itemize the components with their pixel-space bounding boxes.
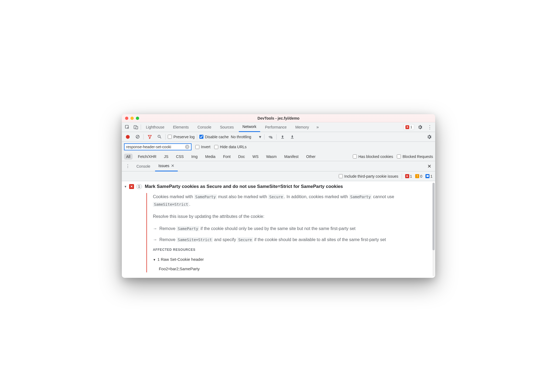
type-wasm[interactable]: Wasm: [264, 154, 279, 160]
inspect-element-icon[interactable]: [123, 123, 131, 131]
warning-count-badge[interactable]: ! 0: [415, 174, 422, 178]
clear-filter-icon[interactable]: ✕: [185, 145, 189, 149]
text: Resolve this issue by updating the attri…: [153, 213, 431, 220]
divider: [197, 134, 197, 140]
filter-input[interactable]: response-header-set-cooki ✕: [124, 143, 192, 150]
tab-elements[interactable]: Elements: [169, 122, 193, 132]
record-button[interactable]: [124, 133, 132, 141]
type-doc[interactable]: Doc: [236, 154, 247, 160]
svg-rect-8: [281, 138, 284, 139]
text: Remove: [159, 226, 177, 231]
issue-count-pill: 1: [136, 184, 142, 189]
type-fetch-xhr[interactable]: Fetch/XHR: [136, 154, 159, 160]
type-other[interactable]: Other: [304, 154, 318, 160]
code: SameParty: [194, 194, 217, 199]
invert-checkbox[interactable]: Invert: [195, 145, 210, 149]
hide-data-urls-checkbox[interactable]: Hide data URLs: [214, 145, 247, 149]
resource-count-label: 1 Raw Set-Cookie header: [157, 256, 204, 263]
disable-cache-input[interactable]: [199, 135, 203, 139]
resource-toggle[interactable]: ▼ 1 Raw Set-Cookie header: [153, 256, 431, 263]
type-img[interactable]: Img: [189, 154, 200, 160]
main-tabbar: Lighthouse Elements Console Sources Netw…: [122, 122, 435, 132]
drawer-kebab-icon[interactable]: ⋮: [124, 163, 132, 170]
type-css[interactable]: CSS: [174, 154, 186, 160]
drawer-tab-issues[interactable]: Issues ✕: [155, 161, 177, 171]
traffic-lights: [125, 117, 139, 120]
bullet-2: → Remove SameSite=Strict and specify Sec…: [153, 236, 431, 243]
scrollbar-thumb[interactable]: [432, 183, 435, 250]
text: Remove: [159, 237, 177, 242]
code: SameParty: [349, 194, 372, 199]
disable-cache-checkbox[interactable]: Disable cache: [199, 135, 229, 139]
download-har-icon[interactable]: [288, 133, 296, 141]
settings-gear-icon[interactable]: [425, 133, 433, 141]
divider: [402, 174, 402, 179]
close-tab-icon[interactable]: ✕: [171, 163, 175, 168]
tab-sources[interactable]: Sources: [216, 122, 237, 132]
search-icon[interactable]: [156, 133, 163, 141]
settings-gear-icon[interactable]: [416, 123, 424, 131]
has-blocked-input[interactable]: [353, 154, 357, 158]
tab-memory[interactable]: Memory: [291, 122, 313, 132]
bullet-1: → Remove SameParty if the cookie should …: [153, 225, 431, 232]
code: Secure: [237, 237, 253, 242]
type-font[interactable]: Font: [221, 154, 233, 160]
arrow-icon: →: [153, 236, 157, 243]
filter-icon[interactable]: [146, 133, 153, 141]
errors-indicator[interactable]: ✕ 1: [404, 124, 414, 130]
network-conditions-icon[interactable]: [267, 133, 274, 141]
preserve-log-checkbox[interactable]: Preserve log: [168, 135, 195, 139]
collapse-toggle-icon: ▼: [153, 257, 156, 262]
blocked-requests-checkbox[interactable]: Blocked Requests: [397, 154, 433, 159]
type-all[interactable]: All: [124, 154, 133, 160]
errors-count: 1: [410, 125, 412, 129]
info-count-badge[interactable]: 1: [425, 174, 432, 178]
type-manifest[interactable]: Manifest: [282, 154, 301, 160]
type-js[interactable]: JS: [162, 154, 170, 160]
issue-description: Cookies marked with SameParty must also …: [153, 193, 431, 272]
drawer-tab-console[interactable]: Console: [133, 161, 153, 171]
drawer-tab-console-label: Console: [136, 164, 150, 168]
titlebar: DevTools - jec.fyi/demo: [122, 114, 435, 122]
include-third-party-input[interactable]: [339, 174, 343, 178]
code: SameParty: [177, 226, 199, 231]
has-blocked-cookies-checkbox[interactable]: Has blocked cookies: [353, 154, 393, 159]
svg-line-4: [136, 136, 139, 138]
tab-lighthouse[interactable]: Lighthouse: [142, 122, 168, 132]
more-tabs-icon[interactable]: »: [314, 123, 321, 131]
divider: [141, 124, 141, 130]
hide-data-urls-input[interactable]: [214, 145, 218, 149]
kebab-menu-icon[interactable]: ⋮: [426, 123, 434, 131]
close-window-button[interactable]: [125, 117, 128, 120]
clear-button[interactable]: [134, 133, 141, 141]
window-title: DevTools - jec.fyi/demo: [122, 116, 435, 120]
type-media[interactable]: Media: [203, 154, 218, 160]
throttling-value: No throttling: [231, 135, 251, 139]
text: .: [189, 202, 190, 207]
blocked-requests-label: Blocked Requests: [402, 154, 433, 159]
invert-label: Invert: [201, 145, 210, 149]
divider: [264, 134, 264, 140]
maximize-window-button[interactable]: [136, 117, 139, 120]
include-third-party-checkbox[interactable]: Include third-party cookie issues: [339, 174, 398, 178]
close-drawer-icon[interactable]: ✕: [425, 163, 433, 170]
blocked-requests-input[interactable]: [397, 154, 401, 158]
type-ws[interactable]: WS: [250, 154, 261, 160]
tab-performance[interactable]: Performance: [261, 122, 290, 132]
throttling-select[interactable]: No throttling ▼: [231, 135, 262, 139]
hide-data-urls-label: Hide data URLs: [220, 145, 247, 149]
error-icon: ✕: [405, 125, 409, 129]
device-toggle-icon[interactable]: [132, 123, 140, 131]
text: Cookies marked with: [153, 194, 194, 199]
type-filter-bar: All Fetch/XHR JS CSS Img Media Font Doc …: [122, 152, 435, 161]
collapse-toggle-icon[interactable]: ▼: [124, 185, 127, 188]
arrow-icon: →: [153, 225, 157, 232]
minimize-window-button[interactable]: [130, 117, 134, 120]
invert-input[interactable]: [195, 145, 199, 149]
text: and specify: [213, 237, 237, 242]
error-count-badge[interactable]: ✕ 1: [405, 174, 412, 178]
tab-console[interactable]: Console: [194, 122, 215, 132]
preserve-log-input[interactable]: [168, 135, 172, 139]
upload-har-icon[interactable]: [279, 133, 286, 141]
tab-network[interactable]: Network: [239, 122, 260, 132]
